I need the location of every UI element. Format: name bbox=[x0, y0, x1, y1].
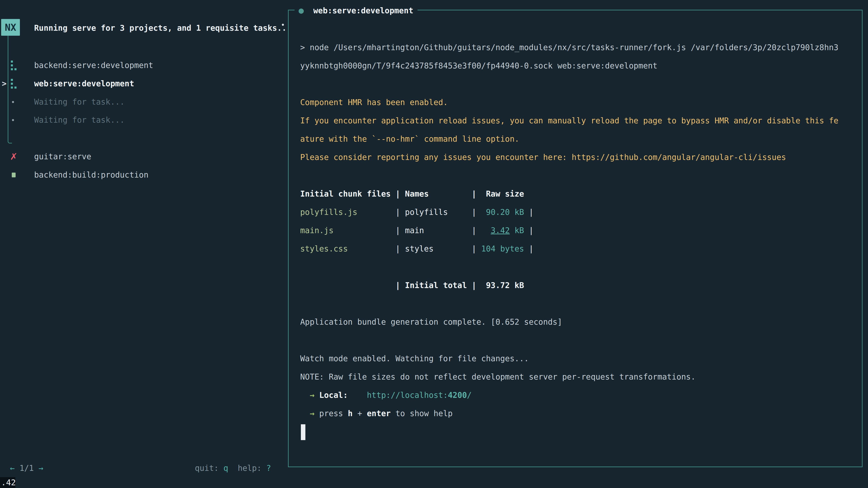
terminal-text-segment bbox=[300, 391, 310, 400]
terminal-cursor bbox=[301, 424, 305, 440]
terminal-text-segment: Watch mode enabled. Watching for file ch… bbox=[300, 354, 529, 363]
terminal-line: NOTE: Raw file sizes do not reflect deve… bbox=[300, 368, 847, 386]
terminal-line: If you encounter application reload issu… bbox=[300, 111, 847, 130]
terminal-line: > node /Users/mhartington/Github/guitars… bbox=[300, 38, 847, 57]
task-success-icon bbox=[12, 173, 16, 177]
terminal-text-segment: → bbox=[310, 409, 314, 418]
task-label: Waiting for task... bbox=[34, 93, 125, 111]
task-label: backend:serve:development bbox=[34, 56, 153, 74]
terminal-line: main.js | main | 3.42 kB | bbox=[300, 221, 847, 240]
terminal-text-segment: 3.42 bbox=[491, 226, 510, 235]
local-url-link[interactable]: http://localhost: bbox=[367, 391, 448, 400]
keyboard-hints: quit: q help: ? bbox=[195, 459, 271, 477]
terminal-text-segment: polyfills.js bbox=[300, 207, 358, 217]
overlay-badge: .42 bbox=[0, 477, 16, 488]
help-hint-label: help: bbox=[228, 464, 267, 473]
pager-spacer bbox=[34, 464, 38, 473]
task-item-waiting-for-task-[interactable]: Waiting for task... bbox=[0, 111, 287, 129]
terminal-text-segment: If you encounter application reload issu… bbox=[300, 116, 838, 125]
quit-hint-label: quit: bbox=[195, 464, 223, 473]
task-item-waiting-for-task-[interactable]: Waiting for task... bbox=[0, 93, 287, 111]
task-label: Waiting for task... bbox=[34, 111, 125, 129]
terminal-text-segment: Local: bbox=[319, 391, 348, 400]
terminal-text-segment: | bbox=[524, 244, 533, 253]
terminal-text-segment: main.js bbox=[300, 226, 334, 235]
task-spinner-icon bbox=[11, 61, 17, 70]
pager: ← 1/1 → bbox=[10, 459, 43, 477]
local-url-link[interactable]: / bbox=[467, 391, 472, 400]
terminal-text-segment: 104 bytes bbox=[481, 244, 524, 253]
terminal-text-segment: Please consider reporting any issues you… bbox=[300, 153, 786, 162]
terminal-text-segment: | Initial total | 93.72 kB bbox=[300, 281, 524, 290]
selected-task-arrow-icon: > bbox=[2, 74, 6, 93]
scroll-indicator-dot bbox=[282, 24, 284, 26]
pager-prev-icon[interactable]: ← bbox=[10, 464, 15, 473]
task-spinner-icon bbox=[11, 79, 17, 89]
terminal-text-segment bbox=[314, 409, 319, 418]
terminal-text-segment: | main | bbox=[334, 226, 491, 235]
task-output-panel[interactable]: ● web:serve:development > node /Users/mh… bbox=[288, 10, 863, 467]
nx-tui-terminal: NX Running serve for 3 projects, and 1 r… bbox=[0, 0, 868, 488]
terminal-line: Watch mode enabled. Watching for file ch… bbox=[300, 350, 847, 368]
terminal-text-segment: to show help bbox=[391, 409, 453, 418]
terminal-text-segment: | styles | bbox=[348, 244, 481, 253]
terminal-line: ature with the `--no-hmr` command line o… bbox=[300, 130, 847, 148]
terminal-line bbox=[300, 295, 847, 313]
status-dot-icon: ● bbox=[299, 5, 304, 15]
terminal-text-segment bbox=[300, 409, 310, 418]
terminal-text-segment: + bbox=[352, 409, 367, 418]
terminal-text-segment: 90.20 kB bbox=[486, 207, 524, 217]
terminal-text-segment: yyknnbtgh0000gn/T/9f4c243785f8453e3f00/f… bbox=[300, 61, 657, 70]
terminal-text-segment: ature with the `--no-hmr` command line o… bbox=[300, 134, 519, 143]
terminal-text-segment: Application bundle generation complete. … bbox=[300, 318, 562, 326]
panel-title-text: web:serve:development bbox=[313, 6, 413, 15]
pager-next-icon[interactable]: → bbox=[38, 464, 43, 473]
pager-count: 1/1 bbox=[20, 464, 34, 473]
terminal-line bbox=[300, 331, 847, 350]
terminal-text-segment: | bbox=[524, 207, 533, 217]
terminal-text-segment: Component HMR has been enabled. bbox=[300, 98, 448, 107]
help-key: ? bbox=[266, 464, 271, 473]
terminal-line: Component HMR has been enabled. bbox=[300, 93, 847, 111]
terminal-line: Please consider reporting any issues you… bbox=[300, 148, 847, 166]
task-waiting-dot-icon bbox=[12, 101, 14, 103]
terminal-line: → Local: http://localhost:4200/ bbox=[300, 386, 847, 404]
terminal-text-segment: | polyfills | bbox=[358, 207, 486, 217]
terminal-line bbox=[300, 423, 847, 441]
pager-label bbox=[15, 464, 20, 473]
terminal-line bbox=[300, 258, 847, 276]
terminal-text-segment: | bbox=[524, 226, 533, 235]
terminal-text-segment: h bbox=[348, 409, 352, 418]
task-waiting-dot-icon bbox=[12, 119, 14, 121]
terminal-line: polyfills.js | polyfills | 90.20 kB | bbox=[300, 203, 847, 221]
terminal-text-segment bbox=[348, 391, 367, 400]
task-list: backend:serve:development>web:serve:deve… bbox=[0, 0, 288, 203]
task-item-web-serve-development[interactable]: >web:serve:development bbox=[0, 74, 287, 93]
terminal-text-segment: press bbox=[319, 409, 348, 418]
task-item-guitar-serve[interactable]: ✗guitar:serve bbox=[0, 148, 287, 166]
terminal-line: yyknnbtgh0000gn/T/9f4c243785f8453e3f00/f… bbox=[300, 57, 847, 75]
task-item-backend-build-production[interactable]: backend:build:production bbox=[0, 166, 287, 184]
terminal-text-segment: kB bbox=[510, 226, 524, 235]
task-label: guitar:serve bbox=[34, 148, 91, 166]
terminal-text-segment: → bbox=[310, 391, 314, 400]
task-failed-icon: ✗ bbox=[10, 148, 18, 166]
terminal-line: styles.css | styles | 104 bytes | bbox=[300, 240, 847, 258]
terminal-text-segment: enter bbox=[367, 409, 391, 418]
task-label: backend:build:production bbox=[34, 166, 149, 184]
terminal-text-segment: Initial chunk files | Names | Raw size bbox=[300, 189, 524, 198]
terminal-text-segment: > node /Users/mhartington/Github/guitars… bbox=[300, 43, 838, 52]
task-item-backend-serve-development[interactable]: backend:serve:development bbox=[0, 56, 287, 74]
terminal-text-segment bbox=[314, 391, 319, 400]
local-url-link[interactable]: 4200 bbox=[448, 391, 467, 400]
task-label: web:serve:development bbox=[34, 74, 134, 93]
terminal-line: → press h + enter to show help bbox=[300, 404, 847, 423]
title-spacer bbox=[304, 6, 313, 15]
terminal-output: > node /Users/mhartington/Github/guitars… bbox=[300, 38, 847, 441]
quit-key: q bbox=[223, 464, 228, 473]
task-output-panel-title: ● web:serve:development bbox=[294, 1, 417, 20]
terminal-text-segment: NOTE: Raw file sizes do not reflect deve… bbox=[300, 372, 695, 381]
terminal-line bbox=[300, 166, 847, 185]
terminal-line: Initial chunk files | Names | Raw size bbox=[300, 185, 847, 203]
terminal-line: Application bundle generation complete. … bbox=[300, 313, 847, 331]
